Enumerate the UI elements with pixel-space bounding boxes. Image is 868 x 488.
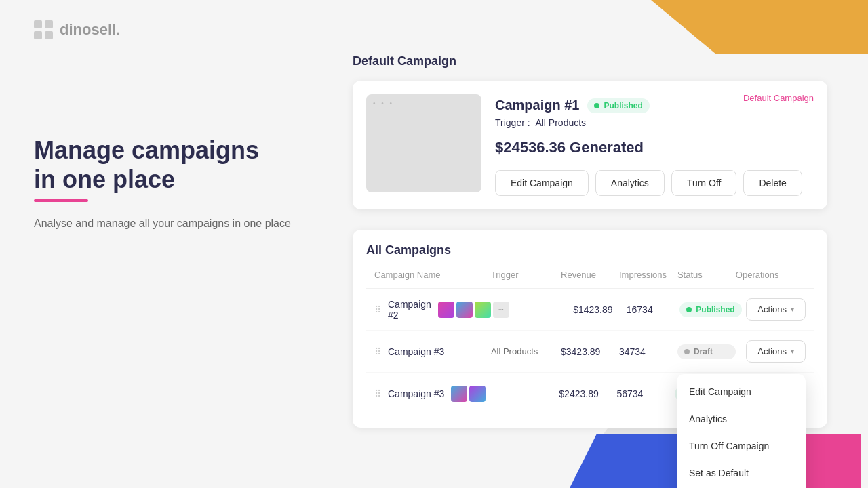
campaign-info: Campaign #1 Published Trigger : All Prod…: [495, 94, 814, 196]
action-buttons: Edit Campaign Analytics Turn Off Delete: [495, 170, 814, 196]
chevron-down-icon: ▾: [791, 306, 794, 313]
status-badge-draft: Draft: [677, 344, 736, 359]
drag-handle-3: ⠿: [374, 388, 382, 399]
thumb-group-1: ···: [438, 302, 509, 318]
chevron-down-icon-2: ▾: [791, 348, 794, 355]
table-header: Campaign Name Trigger Revenue Impression…: [366, 270, 814, 289]
cell-impressions-3: 56734: [616, 388, 674, 399]
avatar-thumb-3a: [451, 386, 467, 402]
cell-name-1: ⠿ Campaign #2 ···: [374, 299, 509, 321]
hero-title: Manage campaigns in one place: [34, 136, 292, 194]
actions-button-2[interactable]: Actions ▾: [746, 340, 806, 363]
revenue-text: $24536.36 Generated: [495, 139, 814, 157]
campaign-name: Campaign #1: [495, 98, 579, 113]
logo-icon: [34, 20, 53, 39]
dropdown-turn-off[interactable]: Turn Off Campaign: [677, 432, 806, 460]
default-badge: Default Campaign: [743, 93, 814, 103]
header-revenue: Revenue: [561, 270, 619, 280]
campaign-thumbnail: [366, 94, 481, 192]
svg-rect-3: [45, 31, 53, 39]
cell-impressions-2: 34734: [619, 346, 677, 357]
cell-name-2: ⠿ Campaign #3: [374, 346, 491, 357]
logo: dinosell.: [34, 20, 120, 39]
hero-accent-line: [34, 199, 88, 202]
svg-rect-0: [34, 20, 42, 28]
trigger-row: Trigger : All Products: [495, 117, 814, 128]
cell-revenue-1: $1423.89: [573, 304, 627, 315]
cell-name-3: ⠿ Campaign #3: [374, 386, 490, 402]
avatar-thumb-2: [456, 302, 473, 318]
avatar-thumb-1: [438, 302, 454, 318]
actions-button-1[interactable]: Actions ▾: [746, 298, 806, 321]
header-trigger: Trigger: [491, 270, 561, 280]
table-row: ⠿ Campaign #3 All Products $3423.89 3473…: [366, 331, 814, 373]
actions-dropdown: Edit Campaign Analytics Turn Off Campaig…: [677, 374, 806, 488]
status-badge-published: Published: [587, 98, 649, 113]
status-dot: [594, 103, 599, 108]
logo-text: dinosell.: [60, 21, 120, 39]
hero-description: Analyse and manage all your campaigns in…: [34, 216, 292, 232]
avatar-thumb-3b: [469, 386, 486, 402]
dropdown-edit[interactable]: Edit Campaign: [677, 378, 806, 405]
cell-operations-1: Actions ▾: [742, 298, 806, 321]
all-campaigns-title: All Campaigns: [366, 243, 814, 258]
status-badge-1: Published: [679, 302, 741, 317]
drag-handle-2: ⠿: [374, 346, 382, 357]
analytics-button[interactable]: Analytics: [595, 170, 665, 196]
cell-status-2: Draft: [677, 344, 736, 359]
campaign-card-inner: Campaign #1 Published Trigger : All Prod…: [366, 94, 814, 196]
all-campaigns-section: All Campaigns Campaign Name Trigger Reve…: [353, 230, 827, 428]
cell-operations-2: Actions ▾ Edit Campaign Analytics Turn O…: [736, 340, 806, 363]
drag-handle-1: ⠿: [374, 304, 382, 315]
dropdown-set-default[interactable]: Set as Default: [677, 460, 806, 487]
default-campaign-title: Default Campaign: [353, 54, 827, 68]
turn-off-button[interactable]: Turn Off: [671, 170, 737, 196]
header-status: Status: [677, 270, 736, 280]
cell-trigger-2: All Products: [491, 346, 561, 357]
cell-revenue-3: $2423.89: [559, 388, 616, 399]
cell-revenue-2: $3423.89: [561, 346, 619, 357]
edit-campaign-button[interactable]: Edit Campaign: [495, 170, 589, 196]
avatar-more: ···: [493, 302, 509, 318]
header-operations: Operations: [736, 270, 806, 280]
cell-status-1: Published: [679, 302, 741, 317]
svg-rect-1: [45, 20, 53, 28]
status-label: Published: [604, 101, 642, 110]
thumb-group-3: [451, 386, 486, 402]
status-dot-1: [686, 307, 692, 312]
delete-button[interactable]: Delete: [743, 170, 802, 196]
header-name: Campaign Name: [374, 270, 491, 280]
svg-rect-2: [34, 31, 42, 39]
avatar-thumb-3: [475, 302, 491, 318]
status-dot-draft: [684, 349, 690, 354]
default-campaign-card: Default Campaign Campaign #1 Published T…: [353, 81, 827, 209]
hero-section: Manage campaigns in one place Analyse an…: [34, 136, 292, 232]
header-impressions: Impressions: [619, 270, 677, 280]
table-row: ⠿ Campaign #2 ··· $1423.89 16734 Publish…: [366, 289, 814, 331]
dropdown-analytics[interactable]: Analytics: [677, 405, 806, 432]
cell-impressions-1: 16734: [627, 304, 680, 315]
main-content: Default Campaign Default Campaign Campai…: [332, 34, 848, 448]
